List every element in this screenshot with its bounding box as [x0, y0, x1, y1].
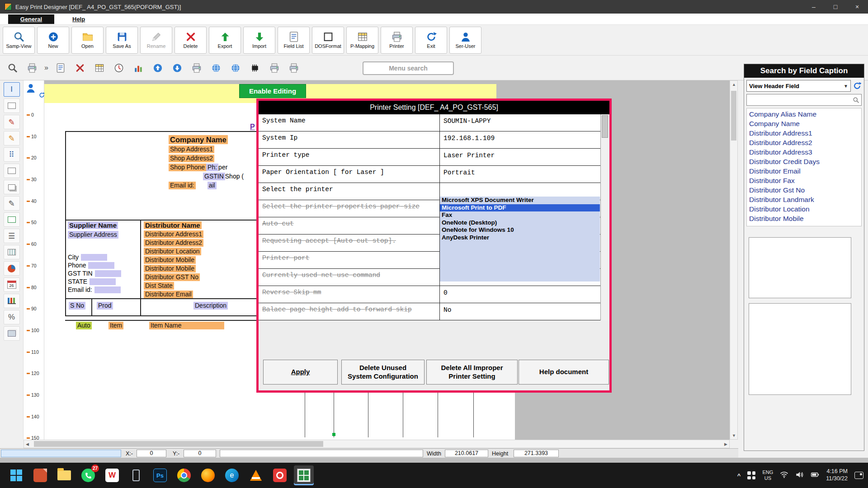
user-refresh-tool[interactable] — [25, 82, 45, 99]
hidden-icons-chevron[interactable]: ^ — [737, 472, 741, 479]
distributor-field-label[interactable]: Distributor Address2 — [144, 239, 203, 247]
columns-tool[interactable] — [4, 245, 20, 259]
schedule-button[interactable] — [111, 60, 127, 75]
supplier-field-label[interactable]: STATE — [68, 278, 87, 285]
item-field[interactable]: Item — [108, 322, 123, 329]
printer-option[interactable]: Microsoft XPS Document Writer — [440, 197, 600, 204]
ser-user-button[interactable]: Ser-User — [449, 27, 481, 54]
text-select-tool[interactable]: I — [4, 82, 20, 97]
dialog-scroll-thumb[interactable] — [602, 115, 608, 138]
scroll-down-icon[interactable]: ▼ — [732, 433, 736, 438]
distributor-field-label[interactable]: Distributor Location — [144, 248, 201, 255]
close-button[interactable]: × — [846, 0, 868, 14]
setting-value[interactable]: Laser Printer — [439, 149, 600, 165]
description-header-field[interactable]: Description — [193, 302, 228, 310]
delete-unused-system-configuration-button[interactable]: Delete UnusedSystem Configuration — [341, 360, 425, 385]
photoshop-icon[interactable]: Ps — [150, 465, 170, 485]
horizontal-scrollbar[interactable]: ◀ ▶ — [24, 440, 730, 448]
field-caption-item[interactable]: Distributor Address2 — [747, 138, 861, 147]
distributor-field-label[interactable]: Distributor Email — [144, 291, 193, 298]
edge-icon[interactable]: e — [222, 465, 242, 485]
setting-value[interactable]: SOUMIN-LAPPY — [439, 114, 600, 131]
view-selector-dropdown[interactable]: View Header Field ▼ — [746, 80, 851, 92]
p-mapping-button[interactable]: P-Mapping — [346, 27, 378, 54]
anydesk-icon[interactable] — [270, 465, 290, 485]
pages-tool[interactable] — [4, 180, 20, 194]
distributor-field-label[interactable]: Distributor Address1 — [144, 230, 203, 238]
apply-button[interactable]: Apply — [263, 360, 338, 385]
chrome-icon[interactable] — [174, 465, 194, 485]
file-explorer-icon[interactable] — [54, 465, 74, 485]
scroll-right-icon[interactable]: ▶ — [724, 442, 727, 446]
menu-search-input[interactable] — [363, 61, 454, 75]
supplier-field-value-box[interactable] — [88, 262, 114, 269]
setting-value[interactable]: No — [439, 303, 600, 320]
easy-print-designer-taskbar-icon[interactable] — [294, 465, 314, 485]
printer-option[interactable]: OneNote (Desktop) — [440, 219, 600, 227]
supplier-field-label[interactable]: Phone — [68, 262, 86, 269]
gstin-field[interactable]: GSTIN — [203, 173, 225, 180]
cloud-upload-button[interactable] — [150, 60, 166, 75]
calendar-tool[interactable]: 26 — [4, 277, 20, 292]
label-printer-button[interactable] — [189, 60, 205, 75]
org-tree-button[interactable] — [130, 60, 146, 75]
delete-button[interactable]: Delete — [175, 27, 207, 54]
whatsapp-icon[interactable]: 27 — [78, 465, 98, 485]
minimize-button[interactable]: – — [803, 0, 825, 14]
scroll-left-icon[interactable]: ◀ — [26, 442, 29, 446]
notification-center-icon[interactable] — [854, 472, 863, 479]
start-button[interactable] — [6, 465, 26, 485]
shop-phone-field[interactable]: Shop Phone — [169, 164, 206, 171]
dialog-scrollbar[interactable] — [600, 114, 609, 320]
delete-all-improper-printer-setting-button[interactable]: Delete All ImproperPrinter Setting — [426, 360, 518, 385]
supplier-field-value-box[interactable] — [81, 254, 107, 261]
printer-option[interactable]: Fax — [440, 211, 600, 219]
insert-image-tool[interactable] — [4, 212, 20, 227]
enable-editing-button[interactable]: Enable Editing — [239, 84, 306, 98]
setting-value[interactable]: 192.168.1.109 — [439, 131, 600, 148]
toolbar-overflow-chevron[interactable]: » — [44, 64, 48, 72]
printer-import-button[interactable] — [286, 60, 302, 75]
formula-button[interactable] — [72, 60, 88, 75]
selection-handle[interactable] — [332, 433, 335, 436]
field-caption-item[interactable]: Company Name — [747, 119, 861, 128]
language-indicator[interactable]: ENG US — [762, 469, 773, 481]
firefox-icon[interactable] — [198, 465, 218, 485]
company-name-field[interactable]: Company Name — [169, 135, 228, 144]
globe-button[interactable] — [227, 60, 244, 75]
supplier-field-value-box[interactable] — [94, 286, 121, 293]
email-value-field[interactable]: ail — [208, 182, 217, 189]
vertical-scrollbar[interactable]: ▲ ▼ — [730, 80, 738, 440]
auto-field[interactable]: Auto — [76, 322, 92, 329]
distributor-field-label[interactable]: Dist State — [144, 282, 174, 290]
sno-header-field[interactable]: S No — [69, 302, 85, 310]
prod-header-field[interactable]: Prod — [97, 302, 113, 310]
supplier-field-label[interactable]: City — [68, 254, 79, 261]
shop-address2-field[interactable]: Shop Address2 — [169, 155, 214, 162]
print-stack-tool[interactable] — [4, 326, 20, 341]
bar-chart-tool[interactable] — [4, 294, 20, 308]
menu-general[interactable]: General — [8, 14, 54, 24]
field-caption-item[interactable]: Company Alias Name — [747, 109, 861, 119]
distributor-field-label[interactable]: Distributor Name — [144, 221, 202, 229]
menu-help[interactable]: Help — [72, 16, 85, 23]
volume-icon[interactable] — [795, 470, 804, 481]
pencil-tool[interactable]: ✎ — [4, 131, 20, 145]
tray-apps-icon[interactable] — [747, 471, 755, 479]
supplier-name-field[interactable]: Supplier Name — [68, 221, 118, 229]
battery-icon[interactable] — [811, 470, 819, 481]
supplier-address-field[interactable]: Supplier Address — [68, 231, 118, 239]
distributor-field-label[interactable]: Distributor Mobile — [144, 256, 196, 264]
refresh-icon[interactable] — [853, 81, 862, 90]
report-design-button[interactable] — [91, 60, 108, 75]
print-preview-button[interactable] — [5, 60, 21, 75]
w-app-icon[interactable]: W — [102, 465, 122, 485]
phone-value-field[interactable]: Ph: — [206, 164, 218, 171]
new-button[interactable]: New — [37, 27, 69, 54]
open-button[interactable]: Open — [71, 27, 104, 54]
field-caption-item[interactable]: Distributor Gst No — [747, 185, 861, 195]
cloud-download-button[interactable] — [169, 60, 185, 75]
search-icon[interactable] — [853, 97, 859, 103]
import-button[interactable]: Import — [243, 27, 275, 54]
memory-chip-button[interactable] — [247, 60, 263, 75]
